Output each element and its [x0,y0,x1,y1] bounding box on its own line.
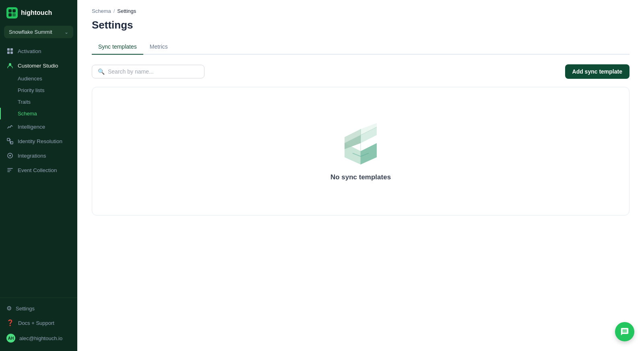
svg-rect-4 [7,48,10,51]
breadcrumb-parent[interactable]: Schema [92,8,111,14]
svg-rect-2 [8,13,12,16]
sidebar-label-priority-lists: Priority lists [18,87,44,93]
search-box: 🔍 [92,65,204,78]
customer-studio-icon [6,62,14,69]
event-collection-icon [6,166,14,174]
nav-section: Activation Customer Studio Audiences Pri… [0,42,77,298]
search-input[interactable] [108,68,198,75]
sidebar-label-identity-resolution: Identity Resolution [18,138,62,144]
sidebar: hightouch Snowflake Summit ⌄ Activation [0,0,77,351]
sidebar-label-traits: Traits [18,99,31,105]
content-area: 🔍 Add sync template [77,64,644,216]
intelligence-icon [6,123,14,130]
svg-point-8 [9,63,11,66]
sidebar-label-integrations: Integrations [18,153,46,159]
user-email: alec@hightouch.io [19,335,62,341]
sidebar-sub-item-traits[interactable]: Traits [0,96,77,108]
svg-rect-1 [12,9,16,12]
settings-icon: ⚙ [6,305,12,312]
sidebar-sub-item-schema[interactable]: Schema [0,108,77,119]
identity-resolution-icon [6,138,14,145]
sidebar-sub-item-priority-lists[interactable]: Priority lists [0,84,77,96]
svg-rect-5 [10,48,13,51]
svg-rect-9 [7,138,10,141]
user-initials: AH [8,336,14,341]
page-header: Schema / Settings Settings Sync template… [77,0,644,64]
sidebar-item-customer-studio[interactable]: Customer Studio [0,58,77,73]
page-title: Settings [92,19,630,31]
sidebar-label-audiences: Audiences [18,76,42,82]
main-content: Schema / Settings Settings Sync template… [77,0,644,351]
empty-state-container: No sync templates [92,87,630,216]
sidebar-sub-item-audiences[interactable]: Audiences [0,73,77,84]
workspace-name: Snowflake Summit [9,29,52,35]
sidebar-item-settings[interactable]: ⚙ Settings [0,301,77,316]
docs-support-icon: ❓ [6,319,14,326]
sidebar-item-activation[interactable]: Activation [0,44,77,58]
sidebar-label-schema: Schema [18,111,37,117]
sidebar-item-integrations[interactable]: Integrations [0,148,77,163]
workspace-selector[interactable]: Snowflake Summit ⌄ [4,26,73,38]
sidebar-item-identity-resolution[interactable]: Identity Resolution [0,134,77,148]
tabs-bar: Sync templates Metrics [92,39,630,55]
svg-rect-0 [8,9,12,12]
sidebar-label-event-collection: Event Collection [18,167,57,173]
empty-state-illustration [336,121,385,165]
integrations-icon [6,152,14,159]
svg-rect-7 [10,51,13,54]
breadcrumb-separator: / [114,8,115,14]
logo-icon [6,7,18,18]
tab-sync-templates[interactable]: Sync templates [92,39,143,55]
add-sync-template-button[interactable]: Add sync template [565,64,630,79]
sidebar-item-event-collection[interactable]: Event Collection [0,163,77,177]
chat-fab-button[interactable] [615,322,634,341]
sidebar-item-intelligence[interactable]: Intelligence [0,119,77,134]
activation-icon [6,47,14,55]
svg-rect-6 [7,51,10,54]
sidebar-label-customer-studio: Customer Studio [18,63,58,69]
toolbar: 🔍 Add sync template [92,64,630,79]
logo-text: hightouch [21,9,52,16]
avatar: AH [6,334,15,343]
sidebar-label-intelligence: Intelligence [18,124,45,130]
breadcrumb: Schema / Settings [92,8,630,14]
empty-state-message: No sync templates [330,173,391,181]
search-icon: 🔍 [98,68,105,75]
logo: hightouch [0,0,77,26]
sidebar-item-user[interactable]: AH alec@hightouch.io [0,330,77,346]
breadcrumb-current: Settings [117,8,136,14]
sidebar-label-activation: Activation [18,48,41,54]
sidebar-item-docs-support[interactable]: ❓ Docs + Support [0,316,77,330]
sidebar-bottom: ⚙ Settings ❓ Docs + Support AH alec@high… [0,298,77,351]
chevron-down-icon: ⌄ [64,29,68,35]
sidebar-label-settings: Settings [16,306,35,312]
sidebar-label-docs-support: Docs + Support [18,320,54,326]
tab-metrics[interactable]: Metrics [143,39,174,55]
svg-point-12 [9,155,11,156]
svg-rect-3 [12,13,16,16]
